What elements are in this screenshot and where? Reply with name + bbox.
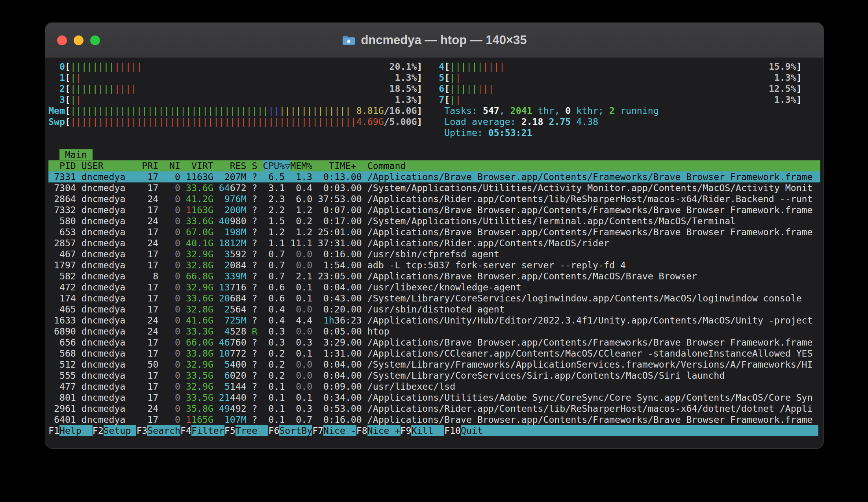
process-row[interactable]: 2857 dncmedya 24 0 40.1G 1812M ? 1.1 11.… (48, 238, 820, 249)
text-segment: 772 (230, 348, 247, 359)
text-segment: . (197, 392, 202, 403)
text-segment: 0 (175, 304, 180, 314)
function-key-label[interactable]: SortBy (279, 425, 312, 436)
minimize-button[interactable] (74, 35, 83, 45)
text-segment (48, 83, 59, 94)
process-row[interactable]: 472 dncmedya 17 0 32.9G 13716 ? 0.6 0.1 … (48, 282, 820, 293)
text-segment (180, 227, 186, 237)
text-segment: 0.0 (290, 359, 312, 370)
function-key[interactable]: F1 (48, 425, 59, 436)
text-segment (180, 381, 186, 392)
function-key[interactable]: F8 (356, 425, 367, 436)
text-segment: /5.00G (384, 116, 417, 127)
process-row[interactable]: 555 dncmedya 17 0 33.5G 6020 ? 0.2 0.0 0… (48, 370, 820, 381)
text-segment (180, 271, 186, 281)
function-key[interactable]: F5 (224, 425, 236, 436)
text-segment (180, 359, 186, 370)
process-row[interactable]: 467 dncmedya 17 0 32.9G 3592 ? 0.7 0.0 0… (48, 249, 820, 260)
function-key[interactable]: F4 (180, 425, 191, 436)
text-segment: 0.0 (290, 249, 312, 259)
zoom-button[interactable] (90, 35, 100, 45)
text-segment: ? 0.2 (247, 370, 291, 381)
process-row[interactable]: 1797 dncmedya 17 0 32.8G 2084 ? 0.7 0.0 … (48, 260, 820, 271)
text-segment (180, 392, 186, 403)
function-key[interactable]: F7 (312, 425, 323, 436)
process-row[interactable]: 568 dncmedya 17 0 33.8G 10772 ? 0.2 0.1 … (48, 348, 820, 359)
process-row[interactable]: 2864 dncmedya 24 0 41.2G 976M ? 2.3 6.0 … (48, 193, 820, 205)
text-segment: ? 1.5 0.2 0:17.00 /System/Applications/U… (247, 216, 736, 226)
process-row[interactable]: 1633 dncmedya 24 0 41.6G 725M ? 0.4 4.4 … (48, 315, 820, 326)
text-segment: [ (65, 94, 70, 105)
process-row[interactable]: 174 dncmedya 17 0 33.6G 20684 ? 0.6 0.1 … (48, 293, 820, 304)
process-row[interactable]: 653 dncmedya 17 0 67.0G 198M ? 1.2 1.2 2… (48, 227, 820, 238)
process-row[interactable]: 656 dncmedya 17 0 66.0G 46760 ? 0.3 0.3 … (48, 337, 820, 348)
text-segment (213, 392, 219, 403)
text-segment: ] (417, 72, 422, 83)
text-segment: 0:09.00 /usr/libexec/lsd (312, 381, 455, 392)
text-segment: . (197, 260, 202, 270)
meter-ticks: |||| (115, 83, 137, 94)
meter-ticks: | (70, 94, 76, 105)
process-row[interactable]: 580 dncmedya 24 0 33.6G 40980 ? 1.5 0.2 … (48, 216, 820, 227)
process-row[interactable]: 7304 dncmedya 17 0 33.6G 64672 ? 3.1 0.4… (48, 182, 820, 193)
text-segment: 2864 dncmedya 24 (48, 193, 175, 204)
text-segment: ] (417, 83, 422, 94)
process-row[interactable]: 801 dncmedya 17 0 33.5G 21440 ? 0.1 0.1 … (48, 392, 820, 403)
function-key-label[interactable]: Setup (104, 425, 137, 436)
text-segment: 15.9% (769, 61, 796, 72)
text-segment (180, 182, 186, 193)
table-header[interactable]: PID USER PRI NI VIRT RES S CPU%▽MEM% TIM… (48, 160, 820, 171)
process-row[interactable]: 6401 dncmedya 17 0 1165G 107M ? 0.1 0.7 … (48, 414, 820, 425)
text-segment (213, 348, 219, 359)
process-row[interactable]: 7331 dncmedya 17 0 1163G 207M ? 6.5 1.3 … (48, 171, 820, 182)
function-key-label[interactable]: Tree (236, 425, 269, 436)
tab-bar[interactable]: Main (48, 149, 820, 160)
function-key-label[interactable]: Nice - (323, 425, 356, 436)
text-segment (180, 348, 186, 359)
function-key-label[interactable]: Quit (461, 425, 494, 436)
process-row[interactable]: 477 dncmedya 17 0 32.9G 5144 ? 0.1 0.0 0… (48, 381, 820, 392)
text-segment (494, 83, 769, 94)
text-segment: 4.38 (576, 116, 598, 127)
text-segment: ] (417, 61, 422, 72)
function-key-label[interactable] (494, 425, 818, 436)
text-segment: 0:04.00 /System/Library/CoreServices/Sir… (312, 370, 725, 381)
process-row[interactable]: 582 dncmedya 8 0 66.8G 339M ? 0.7 2.1 23… (48, 271, 820, 282)
process-row[interactable]: 7332 dncmedya 17 0 1163G 200M ? 2.2 1.2 … (48, 205, 820, 216)
text-segment: . (197, 182, 202, 193)
function-key[interactable]: F6 (268, 425, 279, 436)
process-row[interactable]: 465 dncmedya 17 0 32.8G 2564 ? 0.4 0.0 0… (48, 304, 820, 315)
text-segment: 568 dncmedya 17 (48, 348, 175, 359)
text-segment (48, 61, 59, 72)
function-key-label[interactable]: Kill (411, 425, 444, 436)
close-button[interactable] (57, 35, 67, 45)
text-segment: [ (65, 61, 70, 72)
text-segment: 5G (202, 392, 213, 403)
window-titlebar[interactable]: dncmedya — htop — 140×35 (45, 23, 823, 58)
text-segment: 0.0 (290, 370, 312, 381)
function-key[interactable]: F3 (136, 425, 147, 436)
process-row[interactable]: 2961 dncmedya 24 0 35.8G 49492 ? 0.1 0.3… (48, 403, 820, 414)
function-key-label[interactable]: Nice + (367, 425, 401, 436)
function-key-bar[interactable]: F1Help F2Setup F3SearchF4FilterF5Tree F6… (48, 425, 820, 436)
text-segment (461, 94, 774, 105)
desktop: dncmedya — htop — 140×35 0[|||||||||||||… (0, 0, 868, 502)
function-key[interactable]: F9 (401, 425, 412, 436)
text-segment: . (197, 381, 202, 392)
text-segment: 1633 dncmedya 24 (48, 315, 175, 325)
text-segment (213, 271, 224, 281)
text-segment: [ (65, 72, 70, 83)
process-row[interactable]: 6890 dncmedya 24 0 33.3G 4528 R 0.3 0.0 … (48, 326, 820, 337)
text-segment: /16.0G (384, 105, 417, 116)
function-key[interactable]: F10 (444, 425, 461, 436)
text-segment: kthr; (571, 105, 609, 116)
text-segment (213, 216, 219, 226)
function-key-label[interactable]: Filter (191, 425, 224, 436)
text-segment: . (197, 304, 202, 314)
process-row[interactable]: 512 dncmedya 50 0 32.9G 5400 ? 0.2 0.0 0… (48, 359, 820, 370)
function-key[interactable]: F2 (93, 425, 104, 436)
text-segment: . (197, 216, 202, 226)
function-key-label[interactable]: Search (147, 425, 180, 436)
text-segment: 33 (186, 216, 197, 226)
function-key-label[interactable]: Help (59, 425, 93, 436)
